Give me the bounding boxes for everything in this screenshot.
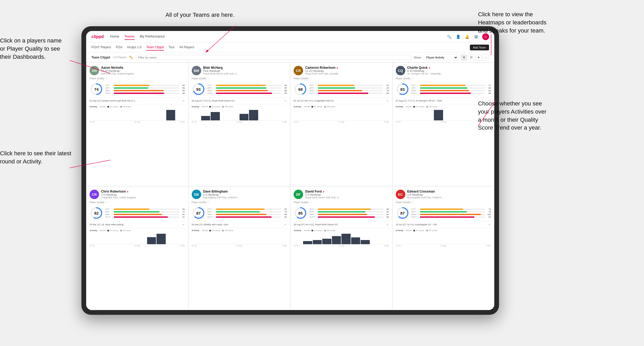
tab-team-clippd[interactable]: Team Clippd — [146, 44, 164, 51]
stat-value: 79 — [486, 211, 491, 213]
chart-label: 31 Jul — [192, 245, 197, 247]
activity-section: Activity · Month On course Off course — [294, 228, 389, 247]
activity-legend: On course Off course — [311, 106, 335, 108]
tab-pgat-players[interactable]: PGAT Players — [91, 44, 111, 51]
stat-bar-fill — [420, 216, 475, 218]
nav-logo[interactable]: clippd — [91, 34, 104, 39]
quality-section[interactable]: 93 OTT 84 APP 85 ARG — [192, 82, 287, 96]
activity-period[interactable]: · Month — [405, 105, 412, 108]
settings-icon[interactable]: ⚙️ — [473, 34, 479, 39]
stat-bar-fill — [420, 214, 481, 215]
off-course-dot — [426, 106, 428, 108]
tab-hcaps[interactable]: Hcaps 1-5 — [127, 44, 142, 51]
player-name[interactable]: Cameron Robertson● — [305, 66, 389, 70]
latest-round[interactable]: 02 Jul 23 | 59 (+17), Craigmillar Park G… — [294, 98, 389, 103]
stat-bar-fill — [114, 216, 168, 218]
chart-bar — [166, 244, 175, 244]
stat-bar-fill — [216, 214, 266, 215]
player-name[interactable]: Charlie Quick● — [407, 66, 491, 70]
stat-label: APP — [309, 211, 317, 213]
latest-round[interactable]: 04 Sep 23 | Mobility with coach, Gym → — [192, 221, 287, 226]
latest-round[interactable]: 03 Mar 23 | 19, Must make putting → — [90, 221, 185, 226]
player-name-tooltip: Click on a players nameor Player Quality… — [0, 37, 62, 61]
latest-round[interactable]: 19 Jul 23 | 74 (+4), Sunningdale GC - Ol… — [396, 221, 491, 226]
player-info: Aaron Nicholls 11-15 Handicap Drift Golf… — [101, 66, 185, 75]
edit-icon[interactable]: ✏️ — [129, 56, 133, 59]
quality-label: Player Quality ⓘ — [294, 77, 389, 80]
list-view-button[interactable]: ⊟ — [468, 54, 474, 61]
latest-round[interactable]: 26 Aug 23 | 84 (+12), Royal North Devon … — [294, 221, 389, 226]
activity-chart — [294, 232, 389, 244]
tab-pga[interactable]: PGA — [116, 44, 122, 51]
player-card: DF David Ford● 1-5 Handicap Royal North … — [290, 186, 392, 310]
quality-section[interactable]: 83 OTT 77 APP 80 ARG — [396, 82, 491, 96]
quality-circle: 93 — [192, 82, 205, 96]
show-dropdown[interactable]: Player Activity Quality Score Trend — [423, 55, 458, 60]
activity-legend: On course Off course — [311, 230, 335, 231]
chart-label: 21 Aug — [339, 245, 344, 247]
activity-period[interactable]: · Month — [405, 229, 412, 232]
player-name[interactable]: Edward Crossman — [407, 190, 491, 193]
off-course-dot — [120, 106, 122, 108]
toolbar: Team Clippd | 14 Players ✏️ Show: Player… — [86, 52, 494, 62]
off-course-dot — [222, 230, 224, 231]
activity-period[interactable]: · Month — [99, 105, 106, 108]
stat-bar-fill — [216, 90, 268, 91]
quality-section[interactable]: 82 OTT 60 APP 77 ARG — [90, 206, 185, 220]
quality-section[interactable]: 74 OTT 60 APP 58 ARG — [90, 82, 185, 96]
grid-view-button[interactable]: ⊞ — [461, 54, 467, 61]
quality-section[interactable]: 85 OTT 89 APP 80 ARG — [294, 206, 389, 220]
player-header: CR Cameron Robertson● 11-15 Handicap Roy… — [294, 66, 389, 75]
nav-link-teams[interactable]: Teams — [124, 33, 134, 40]
sort-button[interactable]: ↕ — [483, 54, 489, 61]
round-arrow-icon: → — [284, 99, 287, 103]
search-icon[interactable]: 🔍 — [446, 34, 452, 39]
chart-bar — [211, 112, 220, 120]
chart-label: 4 Sep — [180, 245, 185, 247]
off-course-label: Off course — [429, 230, 437, 231]
add-team-button[interactable]: Add Team — [470, 45, 489, 50]
chart-bar — [220, 120, 229, 120]
stat-row: APP 63 — [309, 87, 389, 89]
search-input[interactable] — [136, 55, 411, 60]
chart-bar — [313, 120, 322, 120]
nav-link-performance[interactable]: My Performance — [140, 33, 165, 40]
player-name[interactable]: Aaron Nicholls — [101, 66, 185, 70]
quality-section[interactable]: 87 OTT 82 APP 74 ARG — [192, 206, 287, 220]
quality-section[interactable]: 87 OTT 73 APP 79 ARG — [396, 206, 491, 220]
chart-bar — [192, 120, 201, 120]
profile-icon[interactable]: 👤 — [455, 34, 461, 39]
chart-label: 31 Jul — [90, 121, 95, 123]
activity-period[interactable]: · Month — [201, 229, 208, 232]
latest-round[interactable]: 07 Aug 23 | 77 (+7), St George's Hill GC… — [396, 98, 491, 103]
quality-section[interactable]: 68 OTT 61 APP 63 ARG — [294, 82, 389, 96]
player-name[interactable]: Chris Robertson● — [101, 190, 185, 193]
on-course-legend: On course — [311, 230, 322, 231]
player-avatar: EC — [396, 190, 405, 199]
player-name[interactable]: David Ford● — [305, 190, 389, 193]
chart-bar — [322, 239, 331, 244]
chart-bar — [303, 241, 312, 244]
player-name[interactable]: Dave Billingham — [203, 190, 287, 193]
chart-bar — [99, 120, 108, 120]
stat-bar-fill — [114, 85, 149, 86]
nav-link-home[interactable]: Home — [110, 33, 119, 40]
player-name[interactable]: Blair McHarg — [203, 66, 287, 70]
activity-period[interactable]: · Month — [303, 105, 310, 108]
chart-bar — [313, 240, 322, 244]
filter-button[interactable]: ▼ — [475, 54, 482, 61]
activity-period[interactable]: · Month — [303, 229, 310, 232]
activity-period[interactable]: · Month — [201, 105, 208, 108]
bell-icon[interactable]: 🔔 — [464, 34, 470, 39]
player-card: CR Chris Robertson● 1-5 Handicap Craigmi… — [86, 186, 188, 310]
quality-label: Player Quality ⓘ — [192, 77, 287, 80]
activity-period[interactable]: · Month — [99, 229, 106, 232]
stats-grid: OTT 61 APP 63 ARG 75 PU — [309, 84, 389, 94]
tab-tour[interactable]: Tour — [169, 44, 175, 51]
latest-round[interactable]: 26 Aug 23 | 73 (+1), Royal North Devon G… — [192, 98, 287, 103]
chart-bar — [230, 120, 239, 120]
tab-all-players[interactable]: All Players — [179, 44, 194, 51]
latest-round[interactable]: 02 Sep 23 | Sunset round to get back int… — [90, 98, 185, 103]
off-course-label: Off course — [123, 106, 131, 108]
quality-circle: 68 — [294, 82, 307, 96]
